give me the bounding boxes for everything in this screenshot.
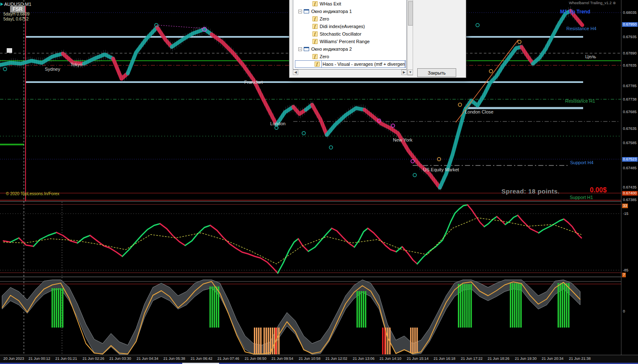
scroll-right-icon[interactable]: ▶ <box>401 70 407 75</box>
indicator-label: Окно индикатора 2 <box>311 46 352 52</box>
scroll-left-icon[interactable]: ◀ <box>293 70 298 75</box>
ea-close-icon[interactable]: ⊗ <box>613 1 616 5</box>
axis-value-label: 0 <box>623 309 625 314</box>
axis-value-label: 0.67685 <box>623 110 637 114</box>
indicator-item[interactable]: fDidi index(eAverages) <box>293 23 406 30</box>
close-button[interactable]: Закрыть <box>417 68 456 77</box>
indicator-item[interactable]: fWilliams' Percent Range <box>293 38 406 45</box>
axis-value-label: -85 <box>623 268 628 273</box>
time-label: 21 Jun 16:18 <box>434 356 455 361</box>
axis-value-label: 0.67635 <box>623 126 637 131</box>
axis-value-label: 0.67950 <box>622 22 638 27</box>
indicator-label: Окно индикатора 1 <box>311 9 352 14</box>
indicators-list[interactable]: fWHas Exit−Окно индикатора 1fZerofDidi i… <box>293 0 407 70</box>
time-label: 21 Jun 04:34 <box>137 356 158 361</box>
indicator-label: Williams' Percent Range <box>320 39 369 44</box>
indicator-label: Zero <box>320 16 329 21</box>
indicator-item[interactable]: −Окно индикатора 2 <box>293 45 406 53</box>
indicator-combobox[interactable]: Haos - Visual - averages (mtf + divergen… <box>321 60 405 68</box>
indicator-item[interactable]: fZero <box>293 53 406 60</box>
axis-value-label: 0.67935 <box>623 35 637 39</box>
time-label: 21 Jun 13:06 <box>353 356 375 361</box>
time-label: 21 Jun 09:54 <box>271 356 293 361</box>
indicator-icon: f <box>313 1 318 6</box>
time-label: 21 Jun 12:02 <box>325 356 347 361</box>
time-label: 21 Jun 03:30 <box>109 356 131 361</box>
time-label: 21 Jun 21:38 <box>569 356 591 361</box>
time-label: 20 Jun 2023 <box>3 356 24 361</box>
time-label: 21 Jun 19:30 <box>515 356 537 361</box>
axis-value-label: 0.67400 <box>622 191 638 196</box>
indicator-window-icon <box>304 9 309 13</box>
indicator-icon: f <box>313 24 318 29</box>
axis-value-label: -15 <box>623 212 628 216</box>
tree-collapse-icon[interactable]: − <box>298 10 302 13</box>
indicator-window-icon <box>304 47 309 51</box>
combobox-value: Haos - Visual - averages (mtf + divergen… <box>323 62 405 67</box>
indicator-icon: f <box>313 54 318 59</box>
axis-value-label: 0.67435 <box>623 185 637 190</box>
time-label: 21 Jun 07:46 <box>217 356 239 361</box>
time-label: 21 Jun 08:50 <box>245 356 266 361</box>
indicator-icon: f <box>313 31 318 36</box>
indicator-item[interactable]: −Окно индикатора 1 <box>293 8 406 15</box>
tree-collapse-icon[interactable]: − <box>298 47 302 51</box>
horizontal-scrollbar[interactable]: ◀ ▶ <box>293 70 407 75</box>
indicator-label: Zero <box>320 54 329 59</box>
ea-title-text: Wheelbarrel Trailing_v1.2 <box>569 1 612 5</box>
axis-value-label: 0.67785 <box>623 84 637 88</box>
axis-value-label: 7 <box>622 273 626 277</box>
indicator-item[interactable]: fHaos - Visual - averages (mtf + diverge… <box>295 60 406 68</box>
time-label: 21 Jun 00:12 <box>28 356 50 361</box>
time-label: 21 Jun 10:58 <box>299 356 320 361</box>
indicator-icon: f <box>313 39 318 44</box>
time-label: 21 Jun 17:22 <box>461 356 483 361</box>
indicator-label: WHas Exit <box>320 1 341 6</box>
indicator-item[interactable]: fWHas Exit <box>293 0 406 8</box>
axis-value-label: 0.67585 <box>623 141 637 145</box>
time-label: 21 Jun 01:21 <box>55 356 77 361</box>
indicators-dialog: fWHas Exit−Окно индикатора 1fZerofDidi i… <box>289 0 466 78</box>
indicator-label: Didi index(eAverages) <box>320 24 365 29</box>
time-label: 21 Jun 15:14 <box>407 356 429 361</box>
scroll-down-icon[interactable]: ▼ <box>408 70 413 75</box>
vertical-scrollbar[interactable]: ▼ <box>407 0 413 75</box>
time-axis: 20 Jun 202321 Jun 00:1221 Jun 01:2121 Ju… <box>0 355 638 363</box>
indicator-icon: f <box>315 62 320 67</box>
indicator-label: Stochastic Oscillator <box>320 31 362 36</box>
time-label: 21 Jun 14:10 <box>380 356 401 361</box>
axis-value-label: 0.68035 <box>623 10 637 15</box>
scrollbar-track[interactable] <box>298 70 401 75</box>
axis-value-label: 33 <box>622 204 628 208</box>
ea-title: Wheelbarrel Trailing_v1.2 ⊗ <box>569 1 616 5</box>
indicator-item[interactable]: fStochastic Oscillator <box>293 30 406 38</box>
indicator-icon: f <box>313 16 318 21</box>
axis-value-label: 0.67385 <box>623 198 637 202</box>
metatrader-window: AUDUSD,M1 FSR 5dayH 0.6809 5dayL 0.6752 … <box>0 0 638 364</box>
axis-value-label: 0.67485 <box>623 166 637 170</box>
axis-value-label: 0.67738 <box>623 97 637 102</box>
scrollbar-thumb[interactable] <box>408 1 413 26</box>
time-label: 21 Jun 20:34 <box>542 356 563 361</box>
axis-value-label: 0.67835 <box>623 63 637 68</box>
indicator-item[interactable]: fZero <box>293 15 406 23</box>
time-label: 21 Jun 06:42 <box>191 356 212 361</box>
price-axis: 0.680350.679500.679350.678900.678350.677… <box>622 0 638 355</box>
time-label: 21 Jun 05:38 <box>163 356 185 361</box>
time-label: 21 Jun 02:26 <box>83 356 104 361</box>
time-label: 21 Jun 18:26 <box>488 356 509 361</box>
axis-value-label: 0.67523 <box>622 157 638 162</box>
axis-value-label: 0.67890 <box>623 51 637 56</box>
